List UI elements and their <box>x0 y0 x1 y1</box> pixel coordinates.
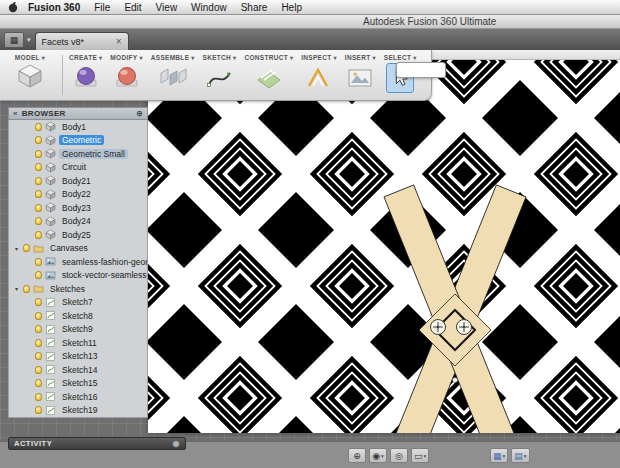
browser-row-sketch11[interactable]: Sketch11 <box>9 336 147 350</box>
visibility-bulb-icon[interactable] <box>35 204 42 212</box>
ribbon-group-modify[interactable]: MODIFY▾ <box>106 54 146 100</box>
visibility-bulb-icon[interactable] <box>35 298 42 306</box>
browser-row-sketch9[interactable]: Sketch9 <box>9 323 147 337</box>
visibility-bulb-icon[interactable] <box>35 339 42 347</box>
visibility-bulb-icon[interactable] <box>23 244 30 252</box>
menu-app-name[interactable]: Fusion 360 <box>28 2 80 13</box>
browser-row-circuit[interactable]: Circuit <box>9 161 147 175</box>
activity-bar[interactable]: ACTIVITY ◉ <box>8 437 186 450</box>
visibility-bulb-icon[interactable] <box>35 379 42 387</box>
browser-options-icon[interactable]: ⊕ <box>136 109 143 118</box>
visibility-bulb-icon[interactable] <box>35 231 42 239</box>
ribbon-group-label[interactable]: INSERT▾ <box>345 54 376 61</box>
ribbon-group-label[interactable]: CREATE▾ <box>69 54 102 61</box>
browser-row-sketch15[interactable]: Sketch15 <box>9 377 147 391</box>
ribbon-group-create[interactable]: CREATE▾ <box>65 54 106 100</box>
browser-header[interactable]: « BROWSER ⊕ <box>8 107 148 120</box>
window-titlebar: Autodesk Fusion 360 Ultimate <box>0 15 620 29</box>
inspect-measure-icon[interactable] <box>306 63 332 93</box>
design-canvas[interactable] <box>148 60 620 433</box>
create-sphere-icon[interactable] <box>73 63 99 93</box>
visibility-bulb-icon[interactable] <box>35 406 42 414</box>
ribbon-group-label[interactable]: MODIFY▾ <box>110 54 142 61</box>
menu-item-help[interactable]: Help <box>281 2 302 13</box>
visibility-bulb-icon[interactable] <box>35 258 42 266</box>
visibility-bulb-icon[interactable] <box>35 136 42 144</box>
assemble-icon[interactable] <box>158 63 188 93</box>
browser-row-sketch16[interactable]: Sketch16 <box>9 390 147 404</box>
visibility-bulb-icon[interactable] <box>35 150 42 158</box>
browser-row-body24[interactable]: Body24 <box>9 215 147 229</box>
visibility-bulb-icon[interactable] <box>35 352 42 360</box>
browser-row-geometric[interactable]: Geometric <box>9 134 147 148</box>
visibility-bulb-icon[interactable] <box>35 366 42 374</box>
menu-item-share[interactable]: Share <box>241 2 268 13</box>
seamless-pattern[interactable] <box>148 60 620 433</box>
ribbon-group-assemble[interactable]: ASSEMBLE▾ <box>147 54 199 100</box>
orbit-icon[interactable]: ◉▾ <box>369 448 387 463</box>
ribbon-group-label[interactable]: SELECT▾ <box>384 54 417 61</box>
grid-layout-icon[interactable]: ▤▾ <box>511 448 529 463</box>
visibility-bulb-icon[interactable] <box>35 177 42 185</box>
manipulator-handle[interactable] <box>457 320 472 335</box>
browser-row-stock-vector-seamless-pri-[interactable]: stock-vector-seamless-pri... <box>9 269 147 283</box>
ribbon-group-label[interactable]: SKETCH▾ <box>203 54 237 61</box>
ribbon-group-inspect[interactable]: INSPECT▾ <box>297 54 341 100</box>
visibility-bulb-icon[interactable] <box>35 123 42 131</box>
expander-icon[interactable]: ▾ <box>13 245 20 252</box>
browser-row-sketch19[interactable]: Sketch19 <box>9 404 147 418</box>
sketch-spline-icon[interactable] <box>206 63 234 93</box>
data-panel-grid-icon[interactable]: ▦ <box>4 32 24 48</box>
body-icon <box>45 121 56 132</box>
browser-row-geometric-small[interactable]: Geometric Small <box>9 147 147 161</box>
visibility-bulb-icon[interactable] <box>35 190 42 198</box>
visibility-bulb-icon[interactable] <box>35 312 42 320</box>
collapse-icon[interactable]: « <box>13 110 18 118</box>
browser-row-body1[interactable]: Body1 <box>9 120 147 134</box>
ribbon-group-label[interactable]: CONSTRUCT▾ <box>244 54 293 61</box>
close-icon[interactable]: × <box>116 37 122 47</box>
pan-icon[interactable]: ⊕ <box>348 448 366 463</box>
browser-row-body22[interactable]: Body22 <box>9 188 147 202</box>
visibility-bulb-icon[interactable] <box>35 271 42 279</box>
menu-item-file[interactable]: File <box>94 2 110 13</box>
browser-row-body23[interactable]: Body23 <box>9 201 147 215</box>
menu-item-edit[interactable]: Edit <box>124 2 141 13</box>
browser-row-sketch14[interactable]: Sketch14 <box>9 363 147 377</box>
ribbon-group-label[interactable]: ASSEMBLE▾ <box>151 54 195 61</box>
visibility-bulb-icon[interactable] <box>35 325 42 333</box>
body-icon <box>45 202 56 213</box>
visibility-bulb-icon[interactable] <box>35 217 42 225</box>
construct-plane-icon[interactable] <box>254 63 284 93</box>
display-settings-icon[interactable]: ▦▾ <box>490 448 508 463</box>
ribbon-group-label[interactable]: INSPECT▾ <box>301 54 337 61</box>
browser-row-canvases[interactable]: ▾Canvases <box>9 242 147 256</box>
canvas-icon <box>45 270 56 281</box>
expander-icon[interactable]: ▾ <box>13 285 20 292</box>
look-at-icon[interactable]: ◎ <box>390 448 408 463</box>
menu-item-window[interactable]: Window <box>191 2 227 13</box>
browser-row-seamless-fashion-geometri-[interactable]: seamless-fashion-geometri... <box>9 255 147 269</box>
fit-icon[interactable]: ▭▾ <box>411 448 429 463</box>
browser-row-body25[interactable]: Body25 <box>9 228 147 242</box>
browser-row-sketches[interactable]: ▾Sketches <box>9 282 147 296</box>
visibility-bulb-icon[interactable] <box>23 285 30 293</box>
chevron-down-icon[interactable]: ▾ <box>27 36 31 44</box>
visibility-bulb-icon[interactable] <box>35 163 42 171</box>
document-tab[interactable]: Facets v8* × <box>35 32 129 50</box>
ribbon-group-insert[interactable]: INSERT▾ <box>341 54 380 100</box>
ribbon-group-sketch[interactable]: SKETCH▾ <box>199 54 241 100</box>
browser-row-sketch7[interactable]: Sketch7 <box>9 296 147 310</box>
browser-row-sketch8[interactable]: Sketch8 <box>9 309 147 323</box>
browser-row-sketch13[interactable]: Sketch13 <box>9 350 147 364</box>
insert-image-icon[interactable] <box>347 63 373 93</box>
visibility-bulb-icon[interactable] <box>35 393 42 401</box>
ribbon-group-construct[interactable]: CONSTRUCT▾ <box>240 54 297 100</box>
browser-row-body21[interactable]: Body21 <box>9 174 147 188</box>
modify-sphere-icon[interactable] <box>114 63 140 93</box>
menu-item-view[interactable]: View <box>156 2 178 13</box>
workspace-switcher[interactable]: MODEL ▾ <box>0 50 60 100</box>
manipulator-handle[interactable] <box>431 320 446 335</box>
model-cube-icon[interactable] <box>16 63 44 93</box>
apple-icon[interactable] <box>8 1 18 13</box>
